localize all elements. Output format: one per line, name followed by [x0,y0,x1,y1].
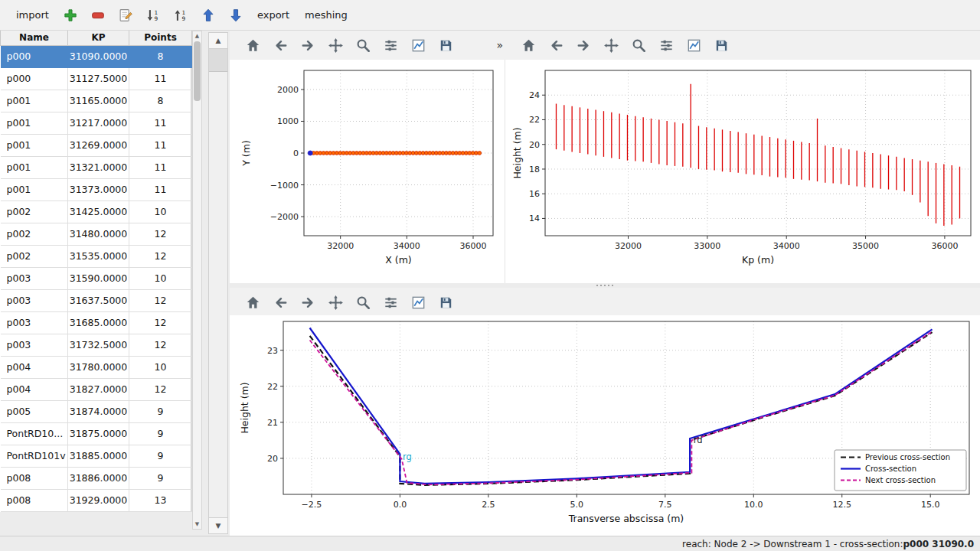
customize-button[interactable] [409,293,428,312]
cell-kp[interactable]: 31875.0000 [68,422,129,445]
customize-button[interactable] [684,36,704,55]
table-row[interactable]: p00331685.000012 [1,311,192,334]
cell-kp[interactable]: 31425.0000 [68,201,129,223]
cell-kp[interactable]: 31637.5000 [68,289,129,311]
cell-kp[interactable]: 31827.0000 [68,378,129,400]
cell-name[interactable]: p001 [1,178,68,201]
edit-cross-section-button[interactable] [116,5,136,25]
cell-kp[interactable]: 31929.0000 [68,489,129,511]
zoom-button[interactable] [354,293,373,312]
cell-name[interactable]: p003 [1,289,68,311]
table-row[interactable]: p00831886.00009 [1,467,192,489]
cell-points[interactable]: 12 [129,223,192,245]
cell-name[interactable]: p001 [1,134,68,156]
table-row[interactable]: p00131165.00008 [1,90,192,112]
column-header-kp[interactable]: KP [68,31,129,45]
pan-button[interactable] [326,36,345,55]
table-row[interactable]: p00231480.000012 [1,223,192,245]
home-button[interactable] [243,293,263,312]
column-header-name[interactable]: Name [1,31,68,45]
cell-points[interactable]: 8 [129,90,192,112]
table-row[interactable]: p00031127.500011 [1,67,192,90]
add-cross-section-button[interactable] [60,5,80,25]
panel-scroll-down-button[interactable]: ▼ [209,517,227,533]
cell-name[interactable]: p000 [1,45,68,67]
cell-points[interactable]: 11 [129,134,192,156]
cell-points[interactable]: 12 [129,378,192,400]
subplots-button[interactable] [657,36,676,55]
cell-name[interactable]: PontRD101v [1,445,68,467]
forward-button[interactable] [299,36,318,55]
cell-kp[interactable]: 31685.0000 [68,311,129,334]
meshing-button[interactable]: meshing [301,7,351,23]
table-row[interactable]: p00131321.000011 [1,156,192,178]
cell-points[interactable]: 12 [129,245,192,267]
cell-name[interactable]: p003 [1,334,68,356]
table-row[interactable]: p00431827.000012 [1,378,192,400]
cell-points[interactable]: 9 [129,467,192,489]
cell-name[interactable]: p001 [1,90,68,112]
zoom-button[interactable] [354,36,373,55]
move-down-button[interactable] [226,5,246,25]
cell-points[interactable]: 9 [129,445,192,467]
move-up-button[interactable] [198,5,218,25]
cell-points[interactable]: 11 [129,156,192,178]
table-row[interactable]: p00431780.000010 [1,356,192,378]
subplots-button[interactable] [381,36,400,55]
cross-section-chart[interactable]: −2.50.02.55.07.510.012.515.020212223Tran… [230,315,980,536]
subplots-button[interactable] [381,293,400,312]
cell-points[interactable]: 9 [129,400,192,422]
cell-kp[interactable]: 31590.0000 [68,267,129,289]
cell-kp[interactable]: 31874.0000 [68,400,129,422]
cell-kp[interactable]: 31732.5000 [68,334,129,356]
cell-points[interactable]: 10 [129,356,192,378]
table-row[interactable]: p00131217.000011 [1,112,192,134]
forward-button[interactable] [574,36,593,55]
import-button[interactable]: import [12,7,53,23]
table-row[interactable]: p00331637.500012 [1,289,192,311]
panel-scrollbar-thumb[interactable] [209,49,227,72]
sort-descending-button[interactable]: 1 9 [143,5,163,25]
cell-kp[interactable]: 31269.0000 [68,134,129,156]
sort-ascending-button[interactable]: 1 9 [171,5,191,25]
panel-scrollbar[interactable]: ▲ ▼ [208,32,228,534]
cell-name[interactable]: p001 [1,156,68,178]
cell-name[interactable]: p002 [1,245,68,267]
forward-button[interactable] [299,293,318,312]
cell-kp[interactable]: 31780.0000 [68,356,129,378]
cell-name[interactable]: p003 [1,311,68,334]
column-header-points[interactable]: Points [129,31,192,45]
home-button[interactable] [243,36,263,55]
remove-cross-section-button[interactable] [88,5,108,25]
cell-name[interactable]: p004 [1,356,68,378]
save-button[interactable] [712,36,731,55]
cell-kp[interactable]: 31480.0000 [68,223,129,245]
cell-points[interactable]: 11 [129,67,192,90]
pan-button[interactable] [326,293,345,312]
table-row[interactable]: PontRD101v31885.00009 [1,445,192,467]
back-button[interactable] [271,293,290,312]
cell-points[interactable]: 10 [129,201,192,223]
cell-points[interactable]: 11 [129,112,192,134]
cell-kp[interactable]: 31885.0000 [68,445,129,467]
cell-points[interactable]: 11 [129,178,192,201]
table-scroll-down-icon[interactable]: ▼ [193,520,201,529]
table-scrollbar-thumb[interactable] [194,41,201,101]
table-row[interactable]: PontRD10...31875.00009 [1,422,192,445]
cell-name[interactable]: p002 [1,223,68,245]
cell-kp[interactable]: 31535.0000 [68,245,129,267]
table-row[interactable]: p00031090.00008 [1,45,192,67]
cell-points[interactable]: 8 [129,45,192,67]
cell-kp[interactable]: 31217.0000 [68,112,129,134]
cell-points[interactable]: 9 [129,422,192,445]
export-button[interactable]: export [253,7,293,23]
save-button[interactable] [436,293,456,312]
cell-kp[interactable]: 31127.5000 [68,67,129,90]
cell-name[interactable]: p001 [1,112,68,134]
cell-name[interactable]: PontRD10... [1,422,68,445]
cell-kp[interactable]: 31321.0000 [68,156,129,178]
table-row[interactable]: p00231425.000010 [1,201,192,223]
table-scroll-up-icon[interactable]: ▲ [193,31,201,41]
cell-points[interactable]: 12 [129,334,192,356]
table-row[interactable]: p00131373.000011 [1,178,192,201]
